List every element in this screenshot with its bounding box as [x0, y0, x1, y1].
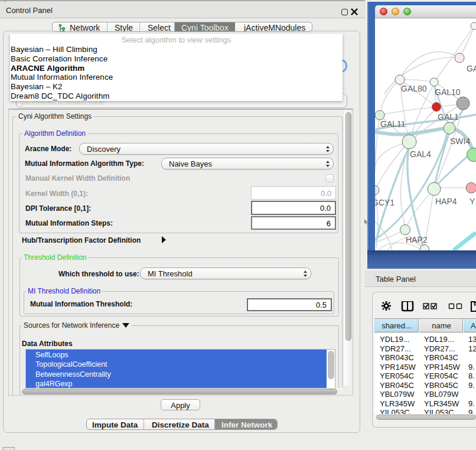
- svg-text:HAP2: HAP2: [406, 235, 428, 244]
- svg-text:GAL10: GAL10: [435, 87, 461, 97]
- svg-text:GAL1: GAL1: [438, 112, 459, 122]
- svg-text:GCY1: GCY1: [375, 198, 395, 207]
- svg-text:Y: Y: [470, 197, 475, 206]
- svg-text:GAL: GAL: [467, 64, 476, 73]
- svg-text:HAP4: HAP4: [435, 197, 457, 206]
- svg-text:GAL4: GAL4: [410, 149, 431, 159]
- svg-text:GAL11: GAL11: [380, 119, 406, 129]
- svg-text:SWI4: SWI4: [450, 136, 470, 146]
- svg-text:GAL80: GAL80: [401, 84, 427, 93]
